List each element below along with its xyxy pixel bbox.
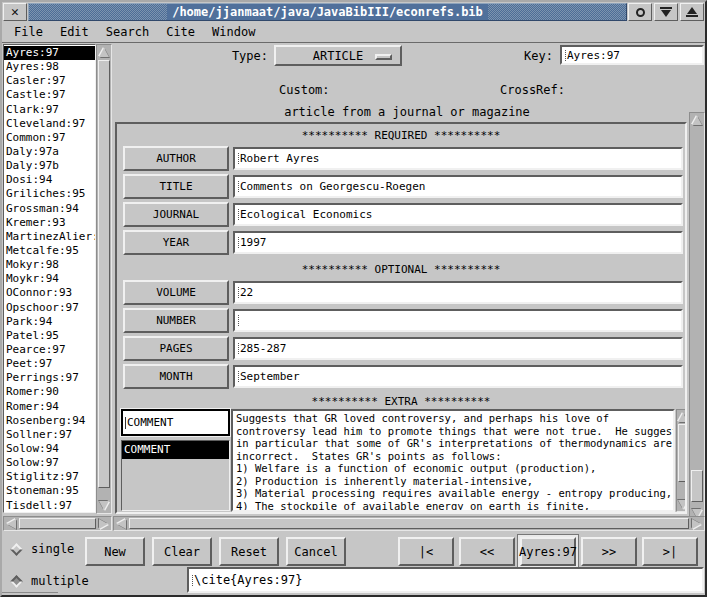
reference-list-item[interactable]: Romer:94 [4,400,95,414]
reference-list-item[interactable]: Castle:97 [4,88,95,102]
reference-list-item[interactable]: Peet:97 [4,357,95,371]
sidebar-hscrollbar-thumb[interactable] [19,518,96,529]
sidebar-vertical-scrollbar[interactable] [96,44,112,514]
scroll-down-arrow[interactable] [677,498,687,510]
menu-item[interactable]: Edit [60,25,89,39]
comment-vertical-scrollbar[interactable] [676,409,687,512]
cite-input[interactable]: \cite{Ayres:97} [187,567,704,593]
reference-list-item[interactable]: Ayres:97 [4,46,95,60]
reference-list-item[interactable]: Stoneman:95 [4,484,95,498]
reference-list-item[interactable]: Casler:97 [4,74,95,88]
extra-field-list-item[interactable]: COMMENT [122,441,229,459]
year-input[interactable]: 1997 [233,231,683,254]
scroll-up-arrow[interactable] [97,46,111,59]
menu-item[interactable]: File [14,25,43,39]
reference-list-item[interactable]: Ayres:98 [4,60,95,74]
reference-list-item[interactable]: Common:97 [4,131,95,145]
clear-button[interactable]: Clear [152,537,212,566]
reference-list-item[interactable]: Solow:97 [4,456,95,470]
reference-list-item[interactable]: Pearce:97 [4,343,95,357]
type-dropdown[interactable]: ARTICLE [274,45,402,66]
author-input[interactable]: Robert Ayres [233,147,683,170]
nav-button[interactable]: |< [398,537,454,566]
field-label-volume[interactable]: VOLUME [123,280,229,305]
reference-list-item[interactable]: Dosi:94 [4,173,95,187]
volume-input[interactable]: 22 [233,281,683,304]
mode-single-radio[interactable]: single [12,542,74,556]
reference-list-item[interactable]: Park:94 [4,315,95,329]
reference-list-item[interactable]: Solow:94 [4,442,95,456]
iconify-button[interactable] [628,3,652,21]
field-label-author[interactable]: AUTHOR [123,146,229,171]
main-hscrollbar-thumb[interactable] [129,518,689,529]
field-label-year[interactable]: YEAR [123,230,229,255]
month-input[interactable]: September [233,365,683,388]
sidebar-scrollbar-thumb[interactable] [98,60,110,488]
raise-button[interactable] [680,3,704,21]
cancel-button[interactable]: Cancel [286,537,346,566]
field-label-month[interactable]: MONTH [123,364,229,389]
main-horizontal-scrollbar[interactable] [113,516,705,531]
reference-list-item[interactable]: Rosenberg:94 [4,414,95,428]
titlebar-drag-area[interactable]: /home/jjanmaat/java/JavaBibIII/econrefs.… [28,3,627,21]
reference-list-item[interactable]: Romer:90 [4,385,95,399]
field-label-number[interactable]: NUMBER [123,308,229,333]
scroll-right-arrow[interactable] [690,517,703,530]
sidebar-horizontal-scrollbar[interactable] [3,516,112,531]
reference-list-item[interactable]: Griliches:95 [4,187,95,201]
menu-item[interactable]: Cite [166,25,195,39]
mode-multiple-radio[interactable]: multiple [12,574,89,588]
extra-field-list[interactable]: COMMENT [121,440,230,511]
nav-button[interactable]: << [459,537,515,566]
key-input[interactable]: Ayres:97 [560,45,704,65]
scroll-right-arrow[interactable] [97,517,110,530]
reference-list-item[interactable]: Grossman:94 [4,202,95,216]
reference-list-item[interactable]: Perrings:97 [4,371,95,385]
comment-textarea[interactable]: Suggests that GR loved controversy, and … [231,409,675,512]
reference-list-item[interactable]: Daly:97a [4,145,95,159]
menu-item[interactable]: Search [106,25,149,39]
reference-list-item[interactable]: Cleveland:97 [4,117,95,131]
reference-list-item[interactable]: MartinezAlier:97 [4,230,95,244]
reference-list-item[interactable]: Sollner:97 [4,428,95,442]
reset-button[interactable]: Reset [219,537,279,566]
reference-list-item[interactable]: Mokyr:98 [4,258,95,272]
extra-section-header: ********** EXTRA ********** [117,395,685,408]
reference-list-item[interactable]: Metcalfe:95 [4,244,95,258]
scroll-left-arrow[interactable] [5,517,18,530]
main-scrollbar-thumb[interactable] [691,470,703,502]
reference-list-item[interactable]: Daly:97b [4,159,95,173]
main-vertical-scrollbar[interactable] [689,112,705,522]
number-input[interactable] [233,309,683,332]
reference-list-item[interactable]: Clark:97 [4,103,95,117]
scroll-down-arrow[interactable] [97,499,111,512]
reference-list-item[interactable]: Moykr:94 [4,272,95,286]
title-input[interactable]: Comments on Georgescu-Roegen [233,175,683,198]
reference-list-item[interactable]: OConnor:93 [4,286,95,300]
reference-list-item[interactable]: Patel:95 [4,329,95,343]
reference-list[interactable]: Ayres:97Ayres:98Casler:97Castle:97Clark:… [3,44,96,513]
nav-button[interactable]: Ayres:97 [520,537,576,566]
comment-scrollbar-thumb[interactable] [678,424,687,482]
scroll-left-arrow[interactable] [115,517,128,530]
lower-button[interactable] [654,3,678,21]
menu-item[interactable]: Window [212,25,255,39]
journal-input[interactable]: Ecological Economics [233,203,683,226]
field-label-title[interactable]: TITLE [123,174,229,199]
pages-input[interactable]: 285-287 [233,337,683,360]
scroll-up-arrow[interactable] [677,411,687,423]
nav-button[interactable]: >| [642,537,698,566]
extra-field-name-input[interactable]: COMMENT [121,409,230,436]
reference-list-item[interactable]: Opschoor:97 [4,301,95,315]
resize-handle[interactable] [2,592,58,595]
reference-list-item[interactable]: Kremer:93 [4,216,95,230]
field-label-journal[interactable]: JOURNAL [123,202,229,227]
reference-list-item[interactable]: Tisdell:97 [4,499,95,513]
new-button[interactable]: New [85,537,145,566]
radio-diamond-icon [10,543,23,556]
field-label-pages[interactable]: PAGES [123,336,229,361]
scroll-up-arrow[interactable] [690,114,704,127]
reference-list-item[interactable]: Stiglitz:97 [4,470,95,484]
close-button[interactable]: ✕ [3,3,27,21]
nav-button[interactable]: >> [581,537,637,566]
